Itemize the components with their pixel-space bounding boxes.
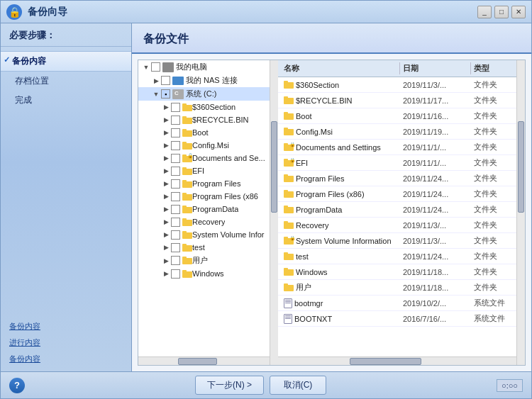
checkbox-my-computer[interactable] — [151, 62, 160, 72]
tree-item-test[interactable]: ▶ test — [138, 241, 270, 254]
expander-360[interactable]: ▶ — [161, 102, 171, 112]
expander-windows[interactable]: ▶ — [161, 269, 171, 279]
expander-system-c[interactable]: ▼ — [151, 89, 161, 99]
checkbox-windows[interactable] — [171, 269, 180, 279]
tree-item-my-computer[interactable]: ▼ 我的电脑 — [138, 60, 270, 74]
file-row[interactable]: Boot 2019/11/16... 文件夹 — [278, 108, 516, 124]
file-list-h-scrollbar[interactable] — [278, 356, 516, 365]
expander-recycle[interactable]: ▶ — [161, 115, 171, 125]
file-row[interactable]: $360Section 2019/11/3/... 文件夹 — [278, 77, 516, 93]
next-button[interactable]: 下一步(N) > — [195, 376, 264, 395]
sidebar-item-complete[interactable]: 完成 — [1, 91, 131, 110]
file-list-v-scrollbar-thumb — [518, 121, 524, 213]
sidebar-link-3[interactable]: 备份内容 — [6, 352, 126, 366]
expander-boot[interactable]: ▶ — [161, 128, 171, 137]
checkbox-users[interactable] — [171, 256, 180, 265]
file-icon-r16 — [284, 314, 292, 324]
checkbox-recycle[interactable] — [171, 116, 180, 125]
expander-nas[interactable]: ▶ — [151, 76, 161, 86]
tree-item-programfiles[interactable]: ▶ Program Files — [138, 177, 270, 190]
tree-h-scrollbar-thumb — [178, 358, 218, 365]
checkbox-nas[interactable] — [161, 76, 170, 85]
expander-my-computer[interactable]: ▼ — [141, 62, 151, 72]
file-row[interactable]: $RECYCLE.BIN 2019/11/17... 文件夹 — [278, 93, 516, 108]
tree-item-system-c[interactable]: ▼ ▪ 系统 (C:) — [138, 87, 270, 101]
tree-item-nas[interactable]: ▶ 我的 NAS 连接 — [138, 74, 270, 87]
file-icon-r15 — [284, 298, 292, 308]
expander-users[interactable]: ▶ — [161, 256, 171, 266]
checkbox-efi[interactable] — [171, 167, 180, 176]
checkbox-pd[interactable] — [171, 205, 180, 214]
tree-item-recovery[interactable]: ▶ Recovery — [138, 215, 270, 228]
file-row[interactable]: 🔒 Documents and Settings 2019/11/1/... 文… — [278, 140, 516, 155]
tree-item-boot[interactable]: ▶ Boot — [138, 126, 270, 139]
folder-icon-r10 — [284, 221, 294, 229]
tree-item-users[interactable]: ▶ 用户 — [138, 254, 270, 267]
checkbox-360[interactable] — [171, 103, 180, 112]
file-row[interactable]: 🔒 System Volume Information 2019/11/3/..… — [278, 233, 516, 249]
checkbox-configmsi[interactable] — [171, 141, 180, 150]
tree-item-documents[interactable]: ▶ 🔒 Documents and Se... — [138, 152, 270, 164]
minimize-button[interactable]: _ — [477, 6, 492, 18]
expander-sysvol[interactable]: ▶ — [161, 230, 171, 240]
tree-item-programdata[interactable]: ▶ ProgramData — [138, 203, 270, 215]
file-type-cell: 文件夹 — [471, 110, 514, 122]
tree-item-efi[interactable]: ▶ EFI — [138, 164, 270, 177]
file-row[interactable]: BOOTNXT 2016/7/16/... 系统文件 — [278, 311, 516, 327]
expander-recovery[interactable]: ▶ — [161, 217, 171, 227]
expander-configmsi[interactable]: ▶ — [161, 140, 171, 150]
expander-efi[interactable]: ▶ — [161, 166, 171, 176]
folder-icon-r7 — [284, 174, 294, 182]
close-button[interactable]: ✕ — [511, 6, 526, 18]
file-row[interactable]: 🔒 EFI 2019/11/1/... 文件夹 — [278, 155, 516, 171]
expander-test[interactable]: ▶ — [161, 242, 171, 252]
folder-icon-r1 — [284, 81, 294, 89]
folder-icon-test — [182, 244, 192, 252]
tree-item-360section[interactable]: ▶ $360Section — [138, 101, 270, 113]
expander-pf[interactable]: ▶ — [161, 179, 171, 189]
checkbox-documents[interactable] — [171, 154, 180, 163]
expander-pd[interactable]: ▶ — [161, 204, 171, 214]
expander-pfx86[interactable]: ▶ — [161, 191, 171, 201]
tree-panel[interactable]: ▼ 我的电脑 ▶ 我的 NAS 连接 — [138, 60, 270, 356]
sidebar-link-2[interactable]: 进行内容 — [6, 336, 126, 349]
file-row[interactable]: 用户 2019/11/18... 文件夹 — [278, 280, 516, 296]
sidebar-link-1[interactable]: 备份内容 — [6, 320, 126, 333]
file-row[interactable]: Windows 2019/11/18... 文件夹 — [278, 264, 516, 280]
file-row[interactable]: ProgramData 2019/11/24... 文件夹 — [278, 202, 516, 218]
help-button[interactable]: ? — [9, 378, 25, 393]
cancel-button[interactable]: 取消(C) — [270, 376, 326, 395]
tree-item-programfiles-x86[interactable]: ▶ Program Files (x86 — [138, 190, 270, 203]
checkbox-test[interactable] — [171, 243, 180, 252]
file-row[interactable]: Program Files (x86) 2019/11/24... 文件夹 — [278, 186, 516, 202]
checkbox-boot[interactable] — [171, 128, 180, 137]
file-row[interactable]: bootmgr 2019/10/2/... 系统文件 — [278, 296, 516, 311]
file-row[interactable]: Recovery 2019/11/3/... 文件夹 — [278, 218, 516, 233]
checkbox-system-c[interactable]: ▪ — [161, 89, 170, 99]
file-row[interactable]: Config.Msi 2019/11/19... 文件夹 — [278, 124, 516, 140]
checkbox-sysvol[interactable] — [171, 230, 180, 240]
file-list-h-scrollbar-thumb — [350, 358, 421, 365]
tree-h-scrollbar[interactable] — [138, 356, 270, 365]
tree-item-windows[interactable]: ▶ Windows — [138, 267, 270, 280]
file-type-cell: 文件夹 — [471, 281, 514, 293]
title-bar: 🔒 备份向导 _ □ ✕ — [1, 1, 531, 23]
sidebar-item-backup-content[interactable]: 备份内容 — [1, 51, 131, 72]
checkbox-pfx86[interactable] — [171, 192, 180, 201]
file-row[interactable]: Program Files 2019/11/24... 文件夹 — [278, 171, 516, 186]
file-list-v-scrollbar[interactable] — [516, 60, 525, 365]
maximize-button[interactable]: □ — [494, 6, 509, 18]
folder-icon-recycle — [182, 116, 192, 124]
file-list-body[interactable]: $360Section 2019/11/3/... 文件夹 $RECYCLE.B… — [278, 77, 516, 356]
file-date-cell: 2016/7/16/... — [400, 314, 471, 324]
expander-documents[interactable]: ▶ — [161, 153, 171, 163]
sidebar-item-storage-location[interactable]: 存档位置 — [1, 72, 131, 91]
tree-item-configmsi[interactable]: ▶ Config.Msi — [138, 139, 270, 152]
tree-item-sysvol[interactable]: ▶ System Volume Infor — [138, 228, 270, 241]
folder-icon-users — [182, 257, 192, 264]
file-row[interactable]: test 2019/11/24... 文件夹 — [278, 249, 516, 264]
tree-v-scrollbar[interactable] — [270, 60, 278, 365]
tree-item-recycle[interactable]: ▶ $RECYCLE.BIN — [138, 113, 270, 126]
checkbox-pf[interactable] — [171, 179, 180, 189]
checkbox-recovery[interactable] — [171, 218, 180, 227]
